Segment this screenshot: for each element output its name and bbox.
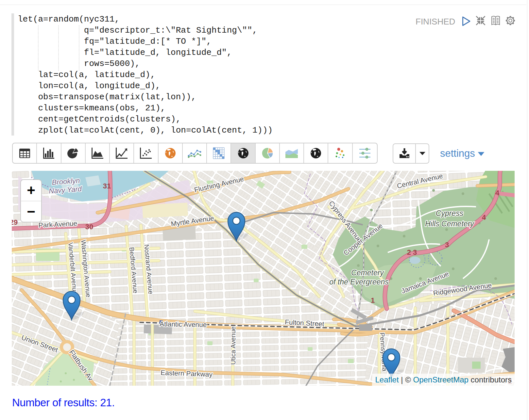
svg-text:Hills Cemetery: Hills Cemetery bbox=[425, 219, 474, 228]
svg-text:29: 29 bbox=[12, 218, 18, 226]
svg-text:Cemetery: Cemetery bbox=[351, 268, 384, 277]
svg-text:4: 4 bbox=[482, 213, 486, 221]
svg-text:1: 1 bbox=[371, 296, 375, 304]
svg-text:of the Evergreens: of the Evergreens bbox=[329, 278, 389, 286]
svg-text:3: 3 bbox=[445, 241, 449, 249]
svg-text:Cypress: Cypress bbox=[436, 209, 464, 218]
svg-text:Atlantic Avenue: Atlantic Avenue bbox=[160, 320, 207, 329]
svg-text:2 3: 2 3 bbox=[407, 248, 417, 256]
svg-text:30: 30 bbox=[85, 223, 93, 231]
svg-text:4: 4 bbox=[495, 189, 500, 197]
svg-text:Utica Avenue: Utica Avenue bbox=[230, 326, 237, 365]
svg-text:31: 31 bbox=[103, 182, 111, 190]
